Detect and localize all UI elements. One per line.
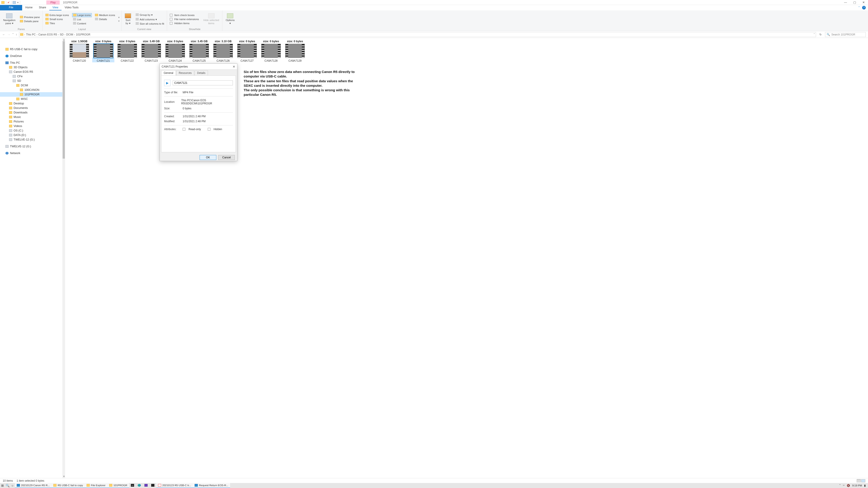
crumb[interactable]: This PC [26, 33, 36, 36]
details-view-toggle[interactable] [857, 479, 861, 482]
tree-node[interactable]: MISC [0, 97, 65, 101]
file-item[interactable]: size: 3.45 GBCA9A7125 [188, 40, 210, 62]
file-item[interactable]: size: 0 bytesCA9A7129 [284, 40, 306, 62]
start-button[interactable]: ⊞ [0, 484, 5, 487]
crumb[interactable]: SD [60, 33, 64, 36]
recent-button[interactable]: ˅ [12, 33, 14, 36]
sort-by-button[interactable]: Sort by ▾ [123, 12, 132, 26]
contextual-tab-play[interactable]: Play [46, 0, 60, 4]
large-icons-button[interactable]: Large icons [72, 13, 92, 17]
navigation-pane-button[interactable]: Navigation pane ▾ [2, 12, 17, 26]
breadcrumb[interactable]: › This PC› Canon EOS R5› SD› DCIM› 101PR… [19, 32, 816, 37]
extra-large-icons-button[interactable]: Extra large icons [44, 13, 70, 17]
wifi-icon[interactable]: ⌔ [843, 484, 844, 487]
tree-node[interactable]: Documents [0, 106, 65, 110]
tree-node[interactable]: This PC [0, 61, 65, 65]
filename-field[interactable] [173, 80, 233, 86]
tree-node[interactable]: TWELVE-12 (G:) [0, 144, 65, 149]
content-pane[interactable]: size: 1.50GBCA9A7120size: 0 bytesCA9A712… [65, 38, 868, 478]
layout-more-button[interactable]: ▾ [118, 16, 120, 19]
tree-node[interactable]: SD [0, 78, 65, 83]
taskbar-item[interactable]: 20210129 Canon R5 R... [15, 483, 52, 488]
tree-node[interactable]: Desktop [0, 101, 65, 106]
taskbar-item[interactable]: Lr [129, 483, 136, 488]
taskbar-item[interactable] [149, 483, 156, 488]
navigation-tree[interactable]: R5 USB-C fail to copyOneDriveThis PC3D O… [0, 38, 65, 156]
volume-icon[interactable]: 🔇 [847, 484, 850, 487]
tab-share[interactable]: Share [36, 5, 49, 10]
hidden-checkbox[interactable] [208, 128, 211, 131]
tab-video-tools[interactable]: Video Tools [61, 5, 82, 10]
refresh-button[interactable]: ↻ [818, 33, 823, 36]
close-button[interactable]: ✕ [862, 1, 865, 4]
taskbar-item[interactable]: Request Return EOS-R... [193, 483, 230, 488]
scrollbar-thumb[interactable] [63, 41, 65, 159]
taskbar-item[interactable]: File Explorer [85, 483, 107, 488]
dialog-close-button[interactable]: ✕ [232, 65, 235, 68]
crumb[interactable]: Canon EOS R5 [38, 33, 57, 36]
notifications-button[interactable]: ▮ [864, 484, 866, 487]
file-item[interactable]: size: 3.10 GBCA9A7126 [212, 40, 234, 62]
cortana-button[interactable]: ○ [10, 484, 15, 487]
file-extensions-toggle[interactable]: File name extensions [169, 18, 200, 21]
taskbar-item[interactable]: R5 USB-C fail to copy [52, 483, 85, 488]
details-pane-button[interactable]: Details pane [19, 20, 41, 23]
prop-tab-resources[interactable]: Resources [176, 70, 194, 75]
tree-node[interactable]: Videos [0, 124, 65, 128]
scroll-down-icon[interactable]: ▼ [63, 475, 65, 478]
hide-selected-items-button[interactable]: Hide selected items [202, 12, 221, 26]
file-item[interactable]: size: 0 bytesCA9A7127 [236, 40, 258, 62]
tree-node[interactable]: OS (C:) [0, 128, 65, 133]
tree-node[interactable]: Pictures [0, 119, 65, 124]
help-button[interactable]: ? [862, 6, 866, 9]
icons-view-toggle[interactable] [861, 479, 865, 482]
qat-dropdown-icon[interactable]: ▾ [17, 1, 19, 4]
tree-node[interactable]: Music [0, 115, 65, 119]
qat-new-folder-icon[interactable] [13, 1, 16, 4]
tree-node[interactable]: 3D Objects [0, 65, 65, 70]
tab-home[interactable]: Home [22, 5, 36, 10]
prop-tab-details[interactable]: Details [195, 70, 208, 75]
details-view-button[interactable]: Details [94, 18, 116, 21]
scroll-up-icon[interactable]: ▲ [63, 38, 65, 41]
content-button[interactable]: Content [72, 22, 92, 25]
file-item[interactable]: size: 3.49 GBCA9A7123 [140, 40, 162, 62]
tree-node[interactable]: Network [0, 151, 65, 156]
tab-view[interactable]: View [49, 5, 61, 10]
cancel-button[interactable]: Cancel [218, 155, 235, 160]
taskbar-item[interactable]: 20210123 R5 USB-C tr... [156, 483, 193, 488]
small-icons-button[interactable]: Small icons [44, 18, 70, 21]
tree-node[interactable]: CFe [0, 74, 65, 78]
tab-file[interactable]: File [0, 5, 22, 10]
tree-node[interactable]: Canon EOS R5 [0, 70, 65, 74]
readonly-checkbox[interactable] [183, 128, 185, 131]
preview-pane-button[interactable]: Preview pane [19, 15, 41, 19]
file-item[interactable]: size: 0 bytesCA9A7128 [260, 40, 282, 62]
back-button[interactable]: ← [2, 33, 5, 36]
tiles-button[interactable]: Tiles [44, 22, 70, 25]
search-box[interactable]: 🔍 Search 101PROGR [825, 32, 866, 37]
taskbar-search[interactable]: 🔍 [5, 484, 10, 487]
minimize-button[interactable]: — [844, 1, 847, 4]
tray-overflow-button[interactable]: ˄ [839, 484, 841, 487]
medium-icons-button[interactable]: Medium icons [94, 13, 116, 17]
layout-more-button[interactable]: ▾ [118, 20, 120, 23]
crumb[interactable]: DCIM [66, 33, 73, 36]
forward-button[interactable]: → [7, 33, 10, 36]
size-columns-button[interactable]: Size all columns to fit [135, 22, 165, 26]
dialog-titlebar[interactable]: CA9A7121 Properties ✕ [160, 64, 237, 70]
clock[interactable]: 9:19 PM [852, 484, 862, 487]
tree-node[interactable]: 101PROGR [0, 92, 65, 97]
options-button[interactable]: Options ▾ [224, 12, 236, 26]
tree-node[interactable]: DCIM [0, 83, 65, 88]
item-check-boxes-toggle[interactable]: Item check boxes [169, 13, 200, 17]
group-by-button[interactable]: Group by ▾ [135, 13, 165, 17]
add-columns-button[interactable]: Add columns ▾ [135, 18, 165, 22]
prop-tab-general[interactable]: General [161, 70, 176, 75]
ok-button[interactable]: OK [199, 155, 216, 160]
taskbar-item[interactable] [143, 483, 149, 488]
taskbar-item[interactable]: 101PROGR [107, 483, 129, 488]
crumb[interactable]: 101PROGR [76, 33, 90, 36]
tree-node[interactable]: TWELVE-12 (G:) [0, 137, 65, 142]
file-item[interactable]: size: 0 bytesCA9A7121 [92, 40, 114, 62]
